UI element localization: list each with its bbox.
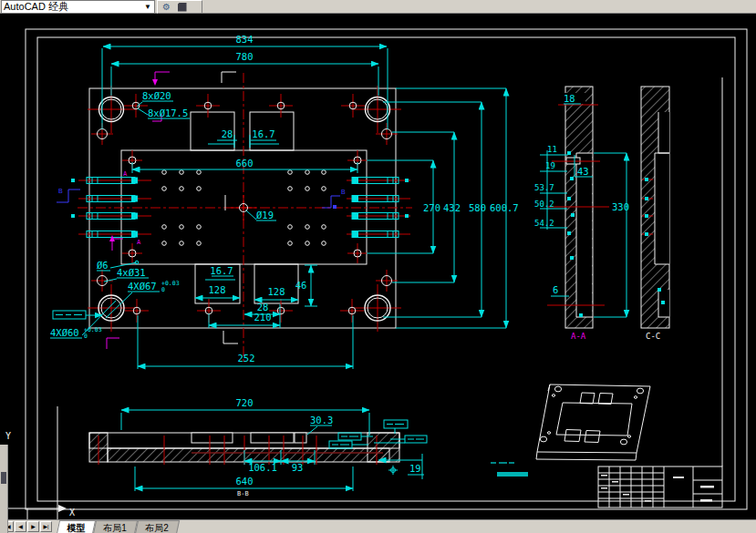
last-tab-icon[interactable]: ▶| <box>40 521 52 532</box>
section-c-view: C-C <box>641 87 669 341</box>
workspace-settings-button[interactable]: ⚙ <box>160 2 173 12</box>
dim-537: 53.7 <box>534 183 554 192</box>
workspace-lock-icon <box>178 3 187 12</box>
dim-580: 580 <box>469 202 486 213</box>
workspace-toolbar-panel: ⚙ <box>157 0 202 14</box>
dim-640: 640 <box>236 476 254 487</box>
label-8xd20: 8xØ20 <box>142 90 171 101</box>
autocad-window: A A B B 834 780 28 16.7 660 <box>0 0 756 533</box>
dim-11: 11 <box>547 145 557 154</box>
workspace-value: AutoCAD 经典 <box>2 2 68 12</box>
dim-270: 270 <box>423 202 440 213</box>
tab-layout1[interactable]: 布局1 <box>92 520 138 533</box>
dim-780: 780 <box>236 51 254 62</box>
dim-93: 93 <box>292 462 304 473</box>
dim-432: 432 <box>443 202 461 213</box>
label-4xd67-tol-lower: 0 <box>161 286 165 293</box>
dim-43: 43 <box>577 166 589 177</box>
label-d19: Ø19 <box>256 210 274 220</box>
toolbar: AutoCAD 经典 ▼ ⚙ <box>0 0 756 14</box>
label-4xd60: 4XØ60 <box>50 327 79 338</box>
layout-tab-bar: |◀ ◀ ▶ ▶| 模型 布局1 布局2 <box>0 519 756 533</box>
dim-1061: 106.1 <box>248 462 277 473</box>
next-tab-icon[interactable]: ▶ <box>27 521 39 532</box>
dim-19: 19 <box>545 161 555 170</box>
section-b-letter: B <box>58 188 63 194</box>
dim-128-right: 128 <box>268 286 285 297</box>
dim-18: 18 <box>564 93 575 104</box>
dim-6007: 600.7 <box>490 202 519 213</box>
dim-6: 6 <box>553 284 558 295</box>
dim-303: 30.3 <box>310 415 333 425</box>
layout-tabs: 模型 布局1 布局2 <box>57 520 177 533</box>
label-4xd60-tol-lower: 0 <box>84 333 88 340</box>
bottom-view-label: B-B <box>237 490 249 497</box>
tab-model[interactable]: 模型 <box>56 520 96 533</box>
dim-834: 834 <box>236 34 254 45</box>
workspace-lock-button[interactable] <box>175 2 189 12</box>
previous-tab-icon[interactable]: ◀ <box>15 521 26 532</box>
dim-660: 660 <box>236 158 254 169</box>
gear-icon: ⚙ <box>162 3 171 12</box>
sliver-grip <box>1 472 6 484</box>
ucs-y-label: Y <box>5 431 11 441</box>
docked-toolbar-sliver[interactable] <box>0 445 8 533</box>
drawing-canvas[interactable]: A A B B 834 780 28 16.7 660 <box>0 0 756 533</box>
ucs-x-label: X <box>69 507 75 518</box>
section-c-label: C-C <box>646 332 660 341</box>
label-4xd31: 4xØ31 <box>117 267 146 278</box>
label-d6: Ø6 <box>97 260 109 271</box>
dim-542: 54.2 <box>534 219 554 228</box>
dim-502: 50.2 <box>534 200 554 209</box>
tab-layout2[interactable]: 布局2 <box>133 520 179 533</box>
workspace-dropdown[interactable]: AutoCAD 经典 ▼ <box>1 0 155 14</box>
dim-252: 252 <box>238 353 255 364</box>
chevron-down-icon[interactable]: ▼ <box>144 3 154 11</box>
label-8xd175: 8xØ17.5 <box>148 108 188 118</box>
label-4xd67: 4XØ67 <box>128 281 157 292</box>
dim-46: 46 <box>295 280 307 291</box>
dim-167-top: 16.7 <box>252 128 274 139</box>
dim-167-bottom: 16.7 <box>210 265 233 276</box>
section-b-letter: B <box>341 189 346 195</box>
dim-28-top: 28 <box>222 128 233 139</box>
dim-19-side: 19 <box>409 463 421 474</box>
dim-720: 720 <box>236 397 254 408</box>
section-a-label: A-A <box>571 332 586 341</box>
dim-128-left: 128 <box>209 284 226 295</box>
dim-210: 210 <box>254 312 272 323</box>
dim-330: 330 <box>612 201 629 212</box>
